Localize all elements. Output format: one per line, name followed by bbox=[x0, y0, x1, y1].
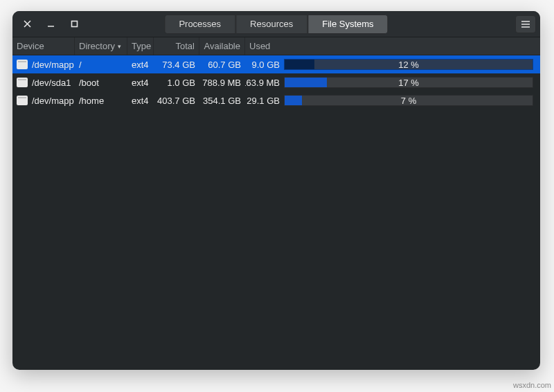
minimize-button[interactable] bbox=[40, 15, 61, 33]
maximize-button[interactable] bbox=[64, 15, 84, 33]
cell-available: 354.1 GB bbox=[199, 91, 245, 109]
svg-rect-3 bbox=[71, 21, 77, 27]
column-header-directory-label: Directory bbox=[79, 41, 115, 51]
filesystem-table-body: /dev/mapp / ext4 73.4 GB 60.7 GB 9.0 GB … bbox=[12, 55, 540, 109]
hamburger-icon bbox=[521, 20, 530, 28]
usage-bar: 12 % bbox=[284, 59, 533, 70]
disk-icon bbox=[17, 96, 28, 105]
column-header-used[interactable]: Used bbox=[245, 37, 540, 55]
cell-directory: / bbox=[75, 55, 127, 73]
usage-bar: 7 % bbox=[284, 95, 533, 106]
cell-type: ext4 bbox=[127, 55, 154, 73]
maximize-icon bbox=[71, 20, 78, 28]
tab-processes[interactable]: Processes bbox=[164, 15, 235, 34]
cell-used: 29.1 GB bbox=[245, 91, 284, 109]
hamburger-menu-button[interactable] bbox=[515, 15, 536, 33]
usage-percent-label: 7 % bbox=[285, 96, 533, 105]
system-monitor-window: Processes Resources File Systems Device … bbox=[12, 11, 540, 370]
cell-directory: /home bbox=[75, 91, 127, 109]
column-header-total[interactable]: Total bbox=[154, 37, 199, 55]
minimize-icon bbox=[47, 20, 55, 28]
column-header-type[interactable]: Type bbox=[127, 37, 154, 55]
cell-available: 788.9 MB bbox=[199, 73, 245, 91]
cell-device: /dev/mapp bbox=[12, 91, 75, 109]
cell-used: 9.0 GB bbox=[245, 55, 284, 73]
usage-percent-label: 17 % bbox=[285, 78, 533, 87]
column-header-device[interactable]: Device bbox=[12, 37, 75, 55]
usage-cell: 17 % bbox=[284, 73, 540, 91]
disk-icon bbox=[17, 60, 28, 69]
usage-cell: 12 % bbox=[284, 55, 540, 73]
cell-directory: /boot bbox=[75, 73, 127, 91]
tab-file-systems[interactable]: File Systems bbox=[307, 15, 388, 34]
cell-used: 163.9 MB bbox=[245, 73, 284, 91]
tab-resources[interactable]: Resources bbox=[235, 15, 307, 34]
close-icon bbox=[24, 20, 31, 28]
watermark: wsxdn.com bbox=[513, 381, 551, 389]
cell-total: 403.7 GB bbox=[154, 91, 199, 109]
table-row[interactable]: /dev/mapp / ext4 73.4 GB 60.7 GB 9.0 GB … bbox=[12, 55, 540, 73]
cell-device: /dev/sda1 bbox=[12, 73, 75, 91]
sort-indicator-icon: ▾ bbox=[118, 43, 121, 50]
cell-total: 1.0 GB bbox=[154, 73, 199, 91]
device-label: /dev/sda1 bbox=[32, 78, 71, 88]
cell-device: /dev/mapp bbox=[12, 55, 75, 73]
usage-percent-label: 12 % bbox=[285, 60, 533, 69]
view-tabs: Processes Resources File Systems bbox=[164, 15, 388, 34]
column-header-directory[interactable]: Directory ▾ bbox=[75, 37, 127, 55]
device-label: /dev/mapp bbox=[32, 96, 74, 106]
table-row[interactable]: /dev/sda1 /boot ext4 1.0 GB 788.9 MB 163… bbox=[12, 73, 540, 91]
usage-cell: 7 % bbox=[284, 91, 540, 109]
cell-available: 60.7 GB bbox=[199, 55, 245, 73]
cell-type: ext4 bbox=[127, 91, 154, 109]
table-header: Device Directory ▾ Type Total Available … bbox=[12, 37, 540, 55]
close-button[interactable] bbox=[17, 15, 37, 33]
table-row[interactable]: /dev/mapp /home ext4 403.7 GB 354.1 GB 2… bbox=[12, 91, 540, 109]
device-label: /dev/mapp bbox=[32, 60, 74, 70]
disk-icon bbox=[17, 78, 28, 87]
usage-bar: 17 % bbox=[284, 77, 533, 88]
cell-total: 73.4 GB bbox=[154, 55, 199, 73]
cell-type: ext4 bbox=[127, 73, 154, 91]
column-header-available[interactable]: Available bbox=[199, 37, 245, 55]
titlebar: Processes Resources File Systems bbox=[12, 11, 540, 37]
